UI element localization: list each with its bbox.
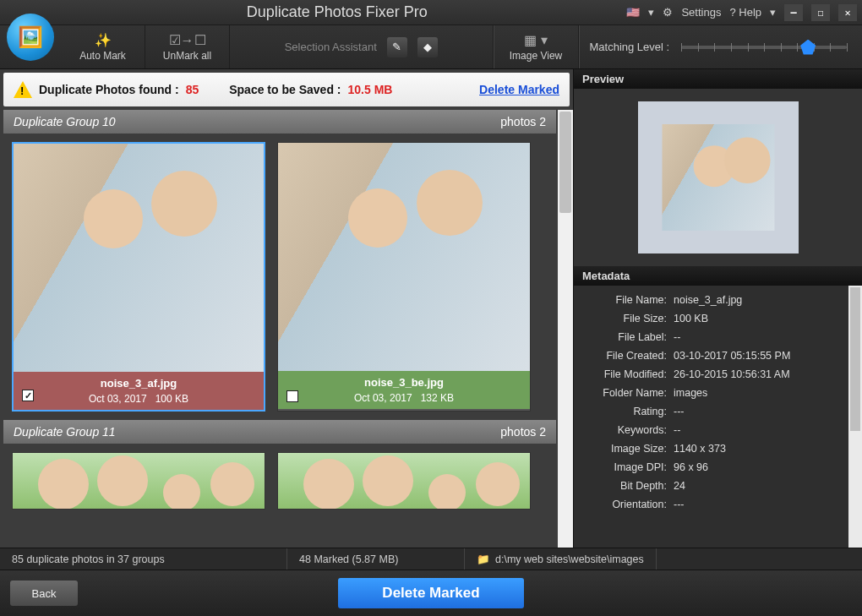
group-header: Duplicate Group 10 photos 2 [3, 110, 556, 134]
wand-icon: ✨ [95, 32, 112, 48]
metadata-row: File Modified:26-10-2015 10:56:31 AM [574, 365, 862, 384]
metadata-row: Folder Name:images [574, 384, 862, 402]
status-dupe-count: 85 duplicate photos in 37 groups [0, 548, 287, 570]
folder-icon: 📁 [477, 553, 490, 565]
metadata-scrollbar[interactable] [848, 286, 862, 548]
metadata-row: File Label:-- [574, 328, 862, 346]
delete-marked-button[interactable]: Delete Marked [338, 578, 524, 608]
preview-image [638, 101, 799, 253]
metadata-row: File Size:100 KB [574, 309, 862, 328]
status-marked: 48 Marked (5.87 MB) [287, 548, 465, 570]
app-title: Duplicate Photos Fixer Pro [47, 3, 626, 21]
side-panel: Preview Metadata File Name:noise_3_af.jp… [573, 69, 862, 548]
preview-area [574, 89, 862, 266]
warning-icon [14, 81, 32, 98]
metadata-row: Rating:--- [574, 402, 862, 421]
image-view-button[interactable]: ▦ ▾ Image View [494, 25, 579, 68]
unmark-icon: ☑→☐ [169, 32, 206, 48]
toolbar: 🖼️ ✨ Auto Mark ☑→☐ UnMark all Selection … [0, 25, 862, 69]
delete-marked-link[interactable]: Delete Marked [479, 83, 559, 96]
minimize-button[interactable]: — [784, 4, 803, 21]
matching-level-slider[interactable] [681, 46, 847, 49]
thumbnail [278, 453, 530, 509]
group-header: Duplicate Group 11 photos 2 [3, 420, 556, 444]
metadata-row: File Created:03-10-2017 05:15:55 PM [574, 346, 862, 365]
help-link[interactable]: ? Help [729, 6, 761, 19]
preview-header: Preview [574, 69, 862, 89]
assist-tool-2-icon[interactable]: ◆ [417, 37, 438, 57]
metadata-row: Orientation:--- [574, 495, 862, 514]
status-bar: 85 duplicate photos in 37 groups 48 Mark… [0, 548, 862, 570]
matching-level-control: Matching Level : [580, 25, 863, 68]
grid-icon: ▦ ▾ [524, 32, 547, 48]
metadata-row: Image Size:1140 x 373 [574, 439, 862, 458]
metadata-row: Image DPI:96 x 96 [574, 458, 862, 477]
photo-card[interactable]: noise_3_af.jpg Oct 03, 2017 100 KB ✓ [12, 142, 265, 412]
matching-level-label: Matching Level : [590, 41, 670, 53]
back-button[interactable]: Back [10, 581, 78, 606]
slider-thumb[interactable] [800, 40, 816, 55]
metadata-row: Keywords:-- [574, 421, 862, 439]
photo-checkbox[interactable] [286, 390, 298, 402]
footer: Back Delete Marked [0, 570, 862, 616]
app-logo: 🖼️ [7, 14, 54, 61]
photo-card[interactable] [12, 452, 265, 510]
scrollbar[interactable] [558, 110, 573, 548]
auto-mark-button[interactable]: ✨ Auto Mark [61, 25, 145, 68]
selection-assistant[interactable]: Selection Assistant ✎ ◆ [230, 25, 494, 68]
summary-bar: Duplicate Photos found : 85 Space to be … [3, 73, 570, 106]
photo-card[interactable]: noise_3_be.jpg Oct 03, 2017 132 KB [277, 142, 531, 412]
gear-icon[interactable]: ⚙ [663, 6, 673, 19]
settings-link[interactable]: Settings [681, 6, 721, 19]
assist-tool-1-icon[interactable]: ✎ [387, 37, 407, 57]
photo-card[interactable] [277, 452, 531, 510]
titlebar: Duplicate Photos Fixer Pro 🇺🇸 ▾ ⚙ Settin… [0, 0, 862, 25]
metadata-header: Metadata [574, 266, 862, 286]
close-button[interactable]: ✕ [838, 4, 857, 21]
thumbnail [278, 143, 530, 371]
thumbnail [13, 453, 265, 509]
thumbnail [14, 144, 264, 372]
photo-checkbox[interactable]: ✓ [22, 390, 34, 401]
flag-icon[interactable]: 🇺🇸 [626, 6, 640, 19]
unmark-all-button[interactable]: ☑→☐ UnMark all [145, 25, 230, 68]
maximize-button[interactable]: ☐ [811, 4, 830, 21]
metadata-row: File Name:noise_3_af.jpg [574, 291, 862, 309]
status-path: 📁 d:\my web sites\website\images [465, 548, 657, 570]
metadata-row: Bit Depth:24 [574, 477, 862, 495]
results-panel: Duplicate Photos found : 85 Space to be … [0, 69, 573, 548]
